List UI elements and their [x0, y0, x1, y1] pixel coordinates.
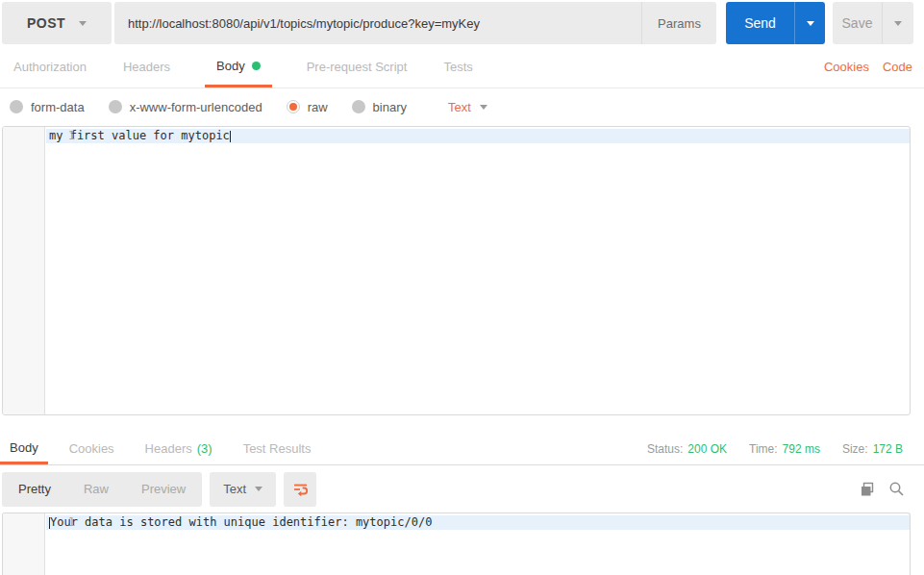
radio-binary-label: binary [373, 100, 407, 114]
save-button[interactable]: Save [833, 2, 882, 44]
view-raw[interactable]: Raw [67, 472, 125, 507]
radio-binary[interactable]: binary [352, 100, 407, 114]
tab-tests[interactable]: Tests [441, 46, 474, 88]
response-body-text: Your data is stored with unique identifi… [50, 515, 432, 529]
response-toolbar: Pretty Raw Preview Text [0, 465, 924, 512]
raw-format-label: Text [448, 100, 471, 114]
chevron-down-icon [79, 21, 87, 26]
chevron-down-icon [807, 21, 814, 26]
response-toolbar-right [859, 481, 914, 498]
response-editor-line-1: 1 Your data is stored with unique identi… [46, 513, 910, 530]
response-editor-content[interactable]: Your data is stored with unique identifi… [46, 515, 910, 530]
params-button[interactable]: Params [641, 2, 716, 44]
line-number: 1 [46, 129, 88, 143]
radio-x-www-label: x-www-form-urlencoded [130, 100, 262, 114]
response-tab-body[interactable]: Body [0, 433, 48, 464]
response-format-label: Text [223, 482, 246, 496]
size-stat: Size: 172 B [842, 442, 903, 456]
size-label: Size: [842, 442, 868, 456]
wrap-lines-button[interactable] [284, 472, 316, 507]
response-tab-headers-label: Headers [145, 441, 192, 456]
code-link[interactable]: Code [883, 60, 912, 74]
response-editor-gutter [3, 513, 45, 575]
response-body-editor[interactable]: 1 Your data is stored with unique identi… [2, 512, 911, 575]
radio-form-data-label: form-data [31, 100, 85, 114]
send-button-group: Send [726, 2, 825, 44]
response-stats: Status: 200 OK Time: 792 ms Size: 172 B [647, 433, 924, 464]
time-stat: Time: 792 ms [749, 442, 820, 456]
radio-unselected-icon [10, 100, 23, 113]
request-bar: POST http://localhost:8080/api/v1/topics… [0, 0, 924, 46]
radio-x-www-form-urlencoded[interactable]: x-www-form-urlencoded [109, 100, 262, 114]
cookies-link[interactable]: Cookies [824, 60, 869, 74]
response-meta-bar: Body Cookies Headers (3) Test Results St… [0, 433, 924, 465]
text-cursor [230, 131, 231, 142]
request-tabs-right: Cookies Code [824, 46, 912, 88]
chevron-down-icon [255, 487, 262, 491]
response-tab-headers[interactable]: Headers (3) [136, 433, 222, 464]
request-editor-line-1: 1 my first value for mytopic [46, 127, 910, 143]
request-editor-gutter [3, 127, 45, 414]
tab-body-label: Body [216, 59, 245, 73]
line-number: 1 [46, 515, 88, 530]
tab-headers[interactable]: Headers [121, 46, 172, 88]
headers-count-badge: (3) [197, 441, 212, 456]
response-view-switcher: Pretty Raw Preview [2, 472, 202, 507]
save-button-group: Save [833, 2, 913, 44]
method-label: POST [27, 15, 65, 31]
time-label: Time: [749, 442, 778, 456]
view-pretty[interactable]: Pretty [2, 472, 67, 507]
response-tab-test-results[interactable]: Test Results [234, 433, 321, 464]
url-group: http://localhost:8080/api/v1/topics/myto… [114, 2, 716, 44]
view-preview[interactable]: Preview [125, 472, 202, 507]
tab-pre-request-script[interactable]: Pre-request Script [305, 46, 410, 88]
wrap-lines-icon [292, 481, 309, 497]
search-response-button[interactable] [887, 481, 905, 498]
chevron-down-icon [894, 21, 902, 26]
request-editor-content[interactable]: my first value for mytopic [46, 129, 910, 143]
radio-selected-icon [287, 100, 300, 113]
size-value: 172 B [873, 442, 903, 456]
send-options-button[interactable] [794, 2, 825, 44]
copy-icon [860, 482, 875, 497]
tab-body[interactable]: Body [205, 46, 272, 88]
status-label: Status: [647, 442, 683, 456]
chevron-down-icon [480, 105, 487, 110]
radio-raw-label: raw [308, 100, 328, 114]
radio-unselected-icon [109, 100, 122, 113]
response-format-select[interactable]: Text [210, 472, 276, 507]
save-options-button[interactable] [882, 2, 913, 44]
tab-authorization[interactable]: Authorization [12, 46, 88, 88]
request-tabs: Authorization Headers Body Pre-request S… [0, 46, 924, 88]
body-type-row: form-data x-www-form-urlencoded raw bina… [0, 88, 924, 125]
magnifier-icon [888, 481, 905, 497]
raw-format-select[interactable]: Text [448, 100, 487, 114]
body-filled-dot-icon [252, 62, 261, 70]
status-value: 200 OK [687, 442, 727, 456]
method-select[interactable]: POST [2, 2, 112, 44]
radio-form-data[interactable]: form-data [10, 100, 85, 114]
radio-raw[interactable]: raw [287, 100, 328, 114]
url-input[interactable]: http://localhost:8080/api/v1/topics/myto… [114, 2, 641, 44]
status-stat: Status: 200 OK [647, 442, 727, 456]
radio-unselected-icon [352, 100, 365, 113]
request-body-editor[interactable]: 1 my first value for mytopic [2, 126, 911, 415]
response-tab-cookies[interactable]: Cookies [60, 433, 124, 464]
send-button[interactable]: Send [726, 2, 794, 44]
time-value: 792 ms [783, 442, 820, 456]
copy-response-button[interactable] [859, 481, 876, 498]
